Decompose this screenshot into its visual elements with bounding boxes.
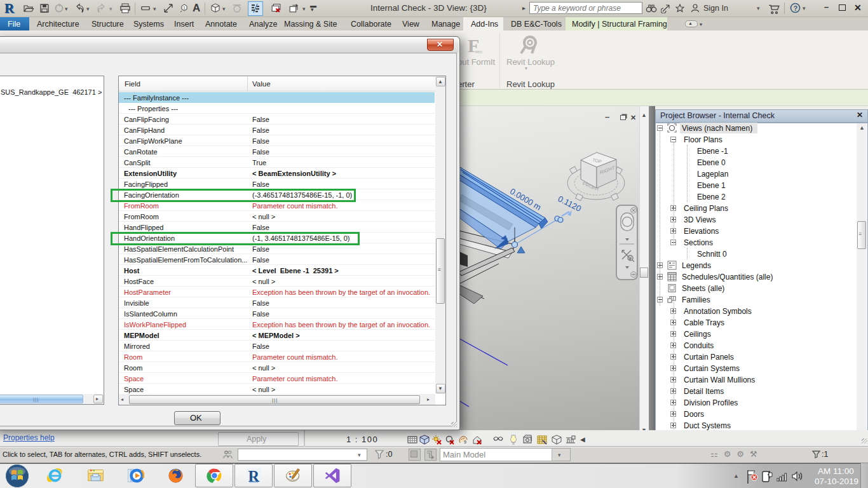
svg-text:?: ? [794,4,798,12]
svg-text:R: R [4,2,15,16]
svg-text:9: 9 [464,440,466,444]
svg-text:1: 1 [183,6,186,10]
